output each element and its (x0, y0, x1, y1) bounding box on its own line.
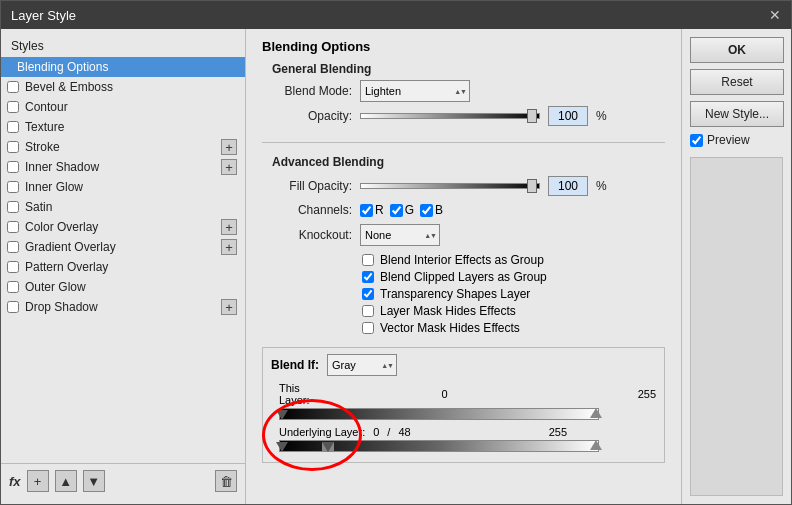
preview-checkbox[interactable] (690, 134, 703, 147)
underlying-layer-mid-left-thumb[interactable] (322, 442, 334, 452)
channels-row: Channels: R G B (262, 203, 665, 217)
opacity-slider-track[interactable] (360, 113, 540, 119)
gradient-overlay-plus-button[interactable]: + (221, 239, 237, 255)
inner-glow-checkbox[interactable] (7, 181, 19, 193)
transparency-shapes-checkbox[interactable] (362, 288, 374, 300)
bevel-emboss-checkbox[interactable] (7, 81, 19, 93)
sidebar-item-inner-shadow[interactable]: Inner Shadow + (1, 157, 245, 177)
underlying-layer-gradient[interactable] (279, 440, 599, 452)
blend-if-select[interactable]: Gray Red Green Blue (327, 354, 397, 376)
underlying-layer-section: Underlying Layer: 0 / 48 255 (271, 426, 656, 452)
sidebar-item-blending-options[interactable]: Blending Options (1, 57, 245, 77)
sidebar-item-label: Contour (25, 100, 68, 114)
move-up-button[interactable]: ▲ (55, 470, 77, 492)
this-layer-section: This Layer: 0 255 (271, 382, 656, 420)
sidebar-item-color-overlay[interactable]: Color Overlay + (1, 217, 245, 237)
fill-opacity-slider-track[interactable] (360, 183, 540, 189)
vector-mask-hides-checkbox[interactable] (362, 322, 374, 334)
left-panel: Styles Blending Options Bevel & Emboss C… (1, 29, 246, 504)
channel-g-item[interactable]: G (390, 203, 414, 217)
sidebar-item-drop-shadow[interactable]: Drop Shadow + (1, 297, 245, 317)
channel-r-checkbox[interactable] (360, 204, 373, 217)
fill-opacity-input[interactable] (548, 176, 588, 196)
blend-clipped-label: Blend Clipped Layers as Group (380, 270, 547, 284)
channel-b-label: B (435, 203, 443, 217)
inner-shadow-plus-button[interactable]: + (221, 159, 237, 175)
sidebar-item-stroke[interactable]: Stroke + (1, 137, 245, 157)
fill-opacity-slider-thumb[interactable] (527, 179, 537, 193)
underlying-layer-right-val: 255 (549, 426, 567, 438)
underlying-layer-left-thumb[interactable] (276, 442, 288, 452)
layer-mask-hides-row: Layer Mask Hides Effects (362, 304, 665, 318)
gradient-overlay-checkbox[interactable] (7, 241, 19, 253)
blending-options-title: Blending Options (262, 39, 665, 54)
channel-b-item[interactable]: B (420, 203, 443, 217)
this-layer-right-val: 255 (638, 388, 656, 400)
dialog-title: Layer Style (11, 8, 76, 23)
sidebar-item-outer-glow[interactable]: Outer Glow (1, 277, 245, 297)
opacity-label: Opacity: (262, 109, 352, 123)
blend-if-row: Blend If: Gray Red Green Blue (271, 354, 656, 376)
ok-button[interactable]: OK (690, 37, 784, 63)
channel-r-label: R (375, 203, 384, 217)
sidebar-item-texture[interactable]: Texture (1, 117, 245, 137)
drop-shadow-plus-button[interactable]: + (221, 299, 237, 315)
this-layer-gradient[interactable] (279, 408, 599, 420)
this-layer-label: This Layer: (279, 382, 312, 406)
opacity-slider-thumb[interactable] (527, 109, 537, 123)
stroke-checkbox[interactable] (7, 141, 19, 153)
add-style-button[interactable]: + (27, 470, 49, 492)
outer-glow-checkbox[interactable] (7, 281, 19, 293)
sidebar-item-label: Bevel & Emboss (25, 80, 113, 94)
right-panel: OK Reset New Style... Preview (681, 29, 791, 504)
blend-mode-select[interactable]: Lighten Normal Screen (360, 80, 470, 102)
satin-checkbox[interactable] (7, 201, 19, 213)
drop-shadow-checkbox[interactable] (7, 301, 19, 313)
stroke-plus-button[interactable]: + (221, 139, 237, 155)
sidebar-item-label: Drop Shadow (25, 300, 98, 314)
sidebar-item-label: Blending Options (17, 60, 108, 74)
blend-mode-label: Blend Mode: (262, 84, 352, 98)
color-overlay-checkbox[interactable] (7, 221, 19, 233)
down-arrow-icon: ▼ (87, 474, 100, 489)
blend-clipped-checkbox[interactable] (362, 271, 374, 283)
reset-button[interactable]: Reset (690, 69, 784, 95)
sidebar-item-bevel-emboss[interactable]: Bevel & Emboss (1, 77, 245, 97)
sidebar-item-satin[interactable]: Satin (1, 197, 245, 217)
blend-clipped-row: Blend Clipped Layers as Group (362, 270, 665, 284)
transparency-shapes-label: Transparency Shapes Layer (380, 287, 530, 301)
delete-style-button[interactable]: 🗑 (215, 470, 237, 492)
sidebar-item-gradient-overlay[interactable]: Gradient Overlay + (1, 237, 245, 257)
texture-checkbox[interactable] (7, 121, 19, 133)
opacity-input[interactable] (548, 106, 588, 126)
underlying-layer-left-val: 0 (373, 426, 379, 438)
underlying-layer-right-thumb[interactable] (590, 440, 602, 450)
channel-g-checkbox[interactable] (390, 204, 403, 217)
sidebar-item-pattern-overlay[interactable]: Pattern Overlay (1, 257, 245, 277)
color-overlay-plus-button[interactable]: + (221, 219, 237, 235)
contour-checkbox[interactable] (7, 101, 19, 113)
layer-mask-hides-checkbox[interactable] (362, 305, 374, 317)
sidebar-item-contour[interactable]: Contour (1, 97, 245, 117)
layer-style-dialog: Layer Style ✕ Styles Blending Options Be… (0, 0, 792, 505)
this-layer-right-thumb[interactable] (590, 408, 602, 418)
channel-b-checkbox[interactable] (420, 204, 433, 217)
knockout-select[interactable]: None Shallow Deep (360, 224, 440, 246)
channels-checkboxes: R G B (360, 203, 443, 217)
blend-if-label: Blend If: (271, 358, 319, 372)
vector-mask-hides-label: Vector Mask Hides Effects (380, 321, 520, 335)
new-style-button[interactable]: New Style... (690, 101, 784, 127)
blend-interior-checkbox[interactable] (362, 254, 374, 266)
channel-r-item[interactable]: R (360, 203, 384, 217)
preview-label: Preview (707, 133, 750, 147)
sidebar-item-inner-glow[interactable]: Inner Glow (1, 177, 245, 197)
inner-shadow-checkbox[interactable] (7, 161, 19, 173)
close-button[interactable]: ✕ (769, 7, 781, 23)
this-layer-left-thumb[interactable] (276, 410, 288, 420)
blend-interior-row: Blend Interior Effects as Group (362, 253, 665, 267)
left-panel-footer: fx + ▲ ▼ 🗑 (1, 463, 245, 498)
preview-checkbox-label[interactable]: Preview (690, 133, 783, 147)
advanced-blending-section: Advanced Blending Fill Opacity: % Channe… (262, 155, 665, 335)
pattern-overlay-checkbox[interactable] (7, 261, 19, 273)
move-down-button[interactable]: ▼ (83, 470, 105, 492)
